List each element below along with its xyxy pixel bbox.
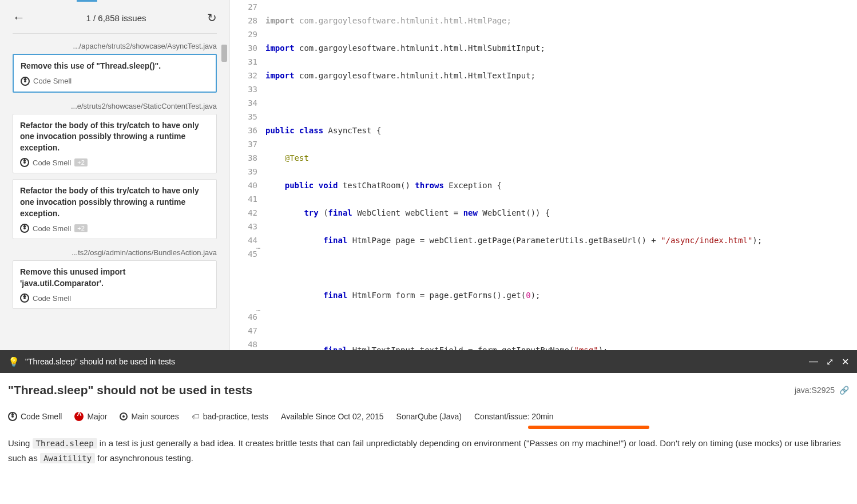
back-arrow-icon[interactable]: ← bbox=[13, 10, 25, 25]
close-icon[interactable]: ✕ bbox=[842, 356, 849, 367]
code-smell-icon bbox=[20, 158, 29, 167]
fold-ellipsis-icon[interactable]: ⋯ bbox=[256, 244, 260, 252]
lightbulb-icon: 💡 bbox=[8, 356, 19, 367]
file-path[interactable]: .../apache/struts2/showcase/AsyncTest.ja… bbox=[0, 38, 229, 54]
fold-ellipsis-icon[interactable]: ⋯ bbox=[256, 307, 260, 315]
issue-card[interactable]: Remove this unused import 'java.util.Com… bbox=[13, 260, 217, 309]
code-smell-icon bbox=[20, 224, 29, 233]
issue-title: Refactor the body of this try/catch to h… bbox=[20, 120, 209, 154]
issue-type: Code Smell bbox=[33, 224, 71, 233]
divider bbox=[13, 33, 217, 34]
scrollbar-thumb[interactable] bbox=[221, 45, 227, 62]
file-path[interactable]: ...ts2/osgi/admin/actions/BundlesAction.… bbox=[0, 245, 229, 260]
rule-language: SonarQube (Java) bbox=[396, 412, 462, 421]
file-path[interactable]: ...e/struts2/showcase/StaticContentTest.… bbox=[0, 98, 229, 114]
rule-description: Using Thread.sleep in a test is just gen… bbox=[8, 436, 849, 466]
rule-since: Available Since Oct 02, 2015 bbox=[281, 412, 384, 421]
code-smell-icon bbox=[20, 293, 29, 303]
code-viewer: 27282930 31323334 35363738 39404142 4344… bbox=[230, 0, 857, 350]
extra-locations-badge: +2 bbox=[74, 224, 88, 232]
issue-type: Code Smell bbox=[33, 158, 71, 167]
rule-id: java:S2925 bbox=[795, 386, 835, 395]
rule-scope: Main sources bbox=[131, 412, 178, 421]
code-smell-icon bbox=[21, 77, 30, 86]
issue-type: Code Smell bbox=[33, 77, 72, 85]
rule-details-panel: "Thread.sleep" should not be used in tes… bbox=[0, 373, 857, 476]
issue-type: Code Smell bbox=[33, 294, 71, 303]
rule-effort: Constant/issue: 20min bbox=[474, 412, 554, 421]
tag-icon: 🏷 bbox=[192, 412, 200, 421]
minimize-icon[interactable]: — bbox=[809, 356, 818, 367]
issues-sidebar: ← 1 / 6,858 issues ↻ .../apache/struts2/… bbox=[0, 0, 230, 350]
refresh-icon[interactable]: ↻ bbox=[207, 11, 217, 25]
issue-counter: 1 / 6,858 issues bbox=[86, 13, 146, 23]
issue-card[interactable]: Refactor the body of this try/catch to h… bbox=[13, 114, 217, 174]
issue-card[interactable]: Refactor the body of this try/catch to h… bbox=[13, 179, 217, 239]
rule-title: "Thread.sleep" should not be used in tes… bbox=[8, 383, 252, 397]
issue-title: Refactor the body of this try/catch to h… bbox=[20, 185, 209, 219]
code-content[interactable]: import com.gargoylesoftware.htmlunit.htm… bbox=[265, 0, 857, 350]
highlight-underline bbox=[528, 426, 649, 429]
rule-header-title: "Thread.sleep" should not be used in tes… bbox=[25, 357, 175, 366]
rule-tags: bad-practice, tests bbox=[203, 412, 268, 421]
inline-code: Thread.sleep bbox=[33, 438, 97, 449]
rule-severity: Major bbox=[87, 412, 107, 421]
issue-title: Remove this use of "Thread.sleep()". bbox=[21, 61, 209, 72]
rule-type: Code Smell bbox=[21, 412, 62, 421]
line-gutter: 27282930 31323334 35363738 39404142 4344… bbox=[230, 0, 265, 350]
expand-icon[interactable]: ⤢ bbox=[826, 356, 834, 367]
extra-locations-badge: +2 bbox=[74, 158, 88, 166]
major-severity-icon bbox=[74, 412, 84, 421]
rule-panel-header: 💡 "Thread.sleep" should not be used in t… bbox=[0, 350, 857, 373]
issue-title: Remove this unused import 'java.util.Com… bbox=[20, 267, 209, 289]
inline-code: Awaitility bbox=[40, 453, 95, 463]
issue-card[interactable]: Remove this use of "Thread.sleep()". Cod… bbox=[13, 54, 217, 93]
permalink-icon[interactable]: 🔗 bbox=[839, 386, 849, 395]
scope-icon bbox=[120, 412, 128, 420]
active-tab-indicator bbox=[77, 0, 97, 2]
code-smell-icon bbox=[8, 412, 17, 421]
